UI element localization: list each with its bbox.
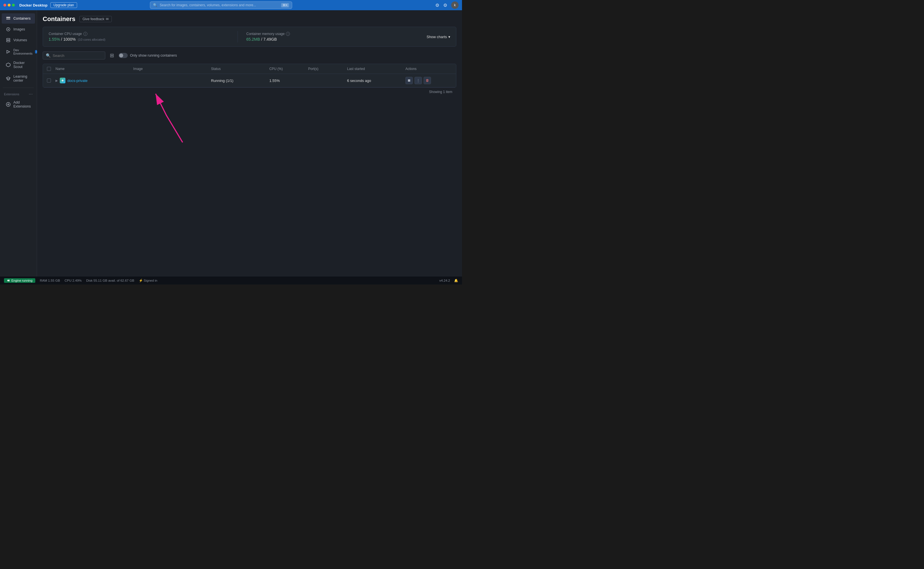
columns-button[interactable]: ⊞ xyxy=(109,51,115,60)
sidebar-item-docker-scout[interactable]: Docker Scout xyxy=(2,58,35,72)
status-bar: Engine running RAM 1.55 GB CPU 2.49% Dis… xyxy=(0,277,462,284)
svg-rect-6 xyxy=(6,40,10,42)
header-checkbox-col xyxy=(47,67,55,71)
sidebar: Containers Images Volumes xyxy=(0,10,37,277)
engine-status: Engine running xyxy=(4,278,35,283)
running-toggle[interactable] xyxy=(119,53,128,58)
container-search-input[interactable] xyxy=(53,53,102,58)
memory-info-icon[interactable]: i xyxy=(286,32,290,36)
container-name[interactable]: docs-private xyxy=(67,79,88,83)
table-toolbar: 🔍 ⊞ Only show running containers xyxy=(43,51,456,60)
toggle-label: Only show running containers xyxy=(130,53,177,58)
feedback-label: Give feedback xyxy=(82,17,105,21)
expand-chevron-icon[interactable]: ▶ xyxy=(55,79,58,82)
container-actions-cell: ⋮ xyxy=(406,77,452,84)
header-actions: Actions xyxy=(406,67,452,71)
content-area: Containers Give feedback ✉ Container CPU… xyxy=(37,10,462,277)
toggle-knob xyxy=(119,53,123,58)
row-checkbox-col xyxy=(47,79,55,82)
images-icon xyxy=(6,27,11,32)
memory-stat-block: Container memory usage i 65.2MB / 7.49GB xyxy=(246,32,427,41)
app-title: Docker Desktop xyxy=(19,3,47,8)
show-charts-button[interactable]: Show charts ▾ xyxy=(426,35,450,39)
images-label: Images xyxy=(14,27,25,31)
search-icon: 🔍 xyxy=(153,3,157,7)
sidebar-item-learning-center[interactable]: Learning center xyxy=(2,72,35,85)
table-row: ▶ docs-private Running (1/1) 1.55% 6 sec… xyxy=(43,74,456,87)
cpu-stat-label: Container CPU usage i xyxy=(49,32,229,36)
svg-rect-2 xyxy=(6,17,10,17)
footer-right: v4.24.2 🔔 xyxy=(439,278,458,283)
sidebar-item-volumes[interactable]: Volumes xyxy=(2,35,35,45)
container-logo-icon xyxy=(60,78,65,84)
memory-stat-label: Container memory usage i xyxy=(246,32,427,36)
sidebar-item-add-extensions[interactable]: Add Extensions xyxy=(2,98,35,111)
search-placeholder: Search for images, containers, volumes, … xyxy=(160,3,256,7)
settings-icon[interactable]: ⚙ xyxy=(443,3,447,8)
cpu-note: (10 cores allocated) xyxy=(78,38,106,41)
dev-environments-label: Dev Environments xyxy=(14,49,32,55)
containers-label: Containers xyxy=(14,17,30,20)
cpu-info-icon[interactable]: i xyxy=(84,32,87,36)
volumes-icon xyxy=(6,38,11,43)
docker-scout-label: Docker Scout xyxy=(14,61,31,69)
container-name-cell[interactable]: ▶ docs-private xyxy=(55,78,133,84)
select-all-checkbox[interactable] xyxy=(47,67,51,71)
table-header-row: Name Image Status CPU (%) Port(s) Last s… xyxy=(43,64,456,74)
sidebar-item-containers[interactable]: Containers xyxy=(2,14,35,24)
svg-rect-0 xyxy=(6,17,10,18)
memory-total: 7.49GB xyxy=(263,37,277,41)
chevron-down-icon: ▾ xyxy=(448,35,450,39)
minimize-traffic-light[interactable] xyxy=(8,4,11,6)
global-search-bar[interactable]: 🔍 Search for images, containers, volumes… xyxy=(150,2,292,9)
cpu-total: 1000% xyxy=(63,37,76,41)
extensions-menu-button[interactable]: ⋯ xyxy=(29,92,33,96)
page-title: Containers xyxy=(43,15,75,23)
main-layout: Containers Images Volumes xyxy=(0,10,462,277)
dev-environments-icon xyxy=(6,49,11,54)
container-status-cell: Running (1/1) xyxy=(211,79,269,83)
cpu-stat-block: Container CPU usage i 1.55% / 1000% (10 … xyxy=(49,32,229,41)
notification-icon[interactable]: 🔔 xyxy=(454,278,458,283)
ram-label: RAM 1.55 GB xyxy=(40,279,60,282)
upgrade-button[interactable]: Upgrade plan xyxy=(50,2,77,8)
header-image: Image xyxy=(133,67,211,71)
feedback-link[interactable]: Give feedback ✉ xyxy=(79,16,112,22)
containers-icon xyxy=(6,16,11,21)
container-cpu-cell: 1.55% xyxy=(269,79,309,83)
signed-in-label: ⚡ Signed in xyxy=(139,278,157,283)
stop-container-button[interactable] xyxy=(406,77,413,84)
svg-rect-5 xyxy=(6,38,10,40)
learning-center-label: Learning center xyxy=(14,75,31,82)
running-toggle-wrap: Only show running containers xyxy=(119,53,177,58)
delete-container-button[interactable] xyxy=(424,77,431,84)
sidebar-item-dev-environments[interactable]: Dev Environments BETA xyxy=(2,46,35,58)
header-last-started: Last started xyxy=(347,67,406,71)
memory-used: 65.2MB xyxy=(246,37,260,41)
maximize-traffic-light[interactable] xyxy=(12,4,15,6)
extensions-icon[interactable]: ⚙ xyxy=(435,3,439,8)
cpu-stat-value: 1.55% / 1000% (10 cores allocated) xyxy=(49,37,229,41)
cpu-percent: 1.55% xyxy=(49,37,60,41)
more-options-button[interactable]: ⋮ xyxy=(415,77,422,84)
learning-center-icon xyxy=(6,76,11,81)
add-extensions-label: Add Extensions xyxy=(14,100,31,108)
add-extensions-icon xyxy=(6,102,11,107)
close-traffic-light[interactable] xyxy=(3,4,6,6)
sidebar-divider xyxy=(3,88,34,88)
sidebar-item-images[interactable]: Images xyxy=(2,24,35,34)
stat-divider xyxy=(237,31,238,43)
container-search-wrap[interactable]: 🔍 xyxy=(43,52,105,59)
container-last-started-cell: 6 seconds ago xyxy=(347,79,406,83)
docker-scout-icon xyxy=(6,62,11,67)
version-label: v4.24.2 xyxy=(439,279,450,282)
content-header: Containers Give feedback ✉ xyxy=(43,15,456,23)
svg-rect-1 xyxy=(6,19,10,20)
titlebar-actions: ⚙ ⚙ k xyxy=(435,2,459,9)
titlebar: Docker Desktop Upgrade plan 🔍 Search for… xyxy=(0,0,462,10)
stats-panel: Container CPU usage i 1.55% / 1000% (10 … xyxy=(43,27,456,47)
user-avatar[interactable]: k xyxy=(451,2,459,9)
header-ports: Port(s) xyxy=(308,67,347,71)
row-checkbox[interactable] xyxy=(47,79,51,82)
memory-stat-value: 65.2MB / 7.49GB xyxy=(246,37,427,41)
